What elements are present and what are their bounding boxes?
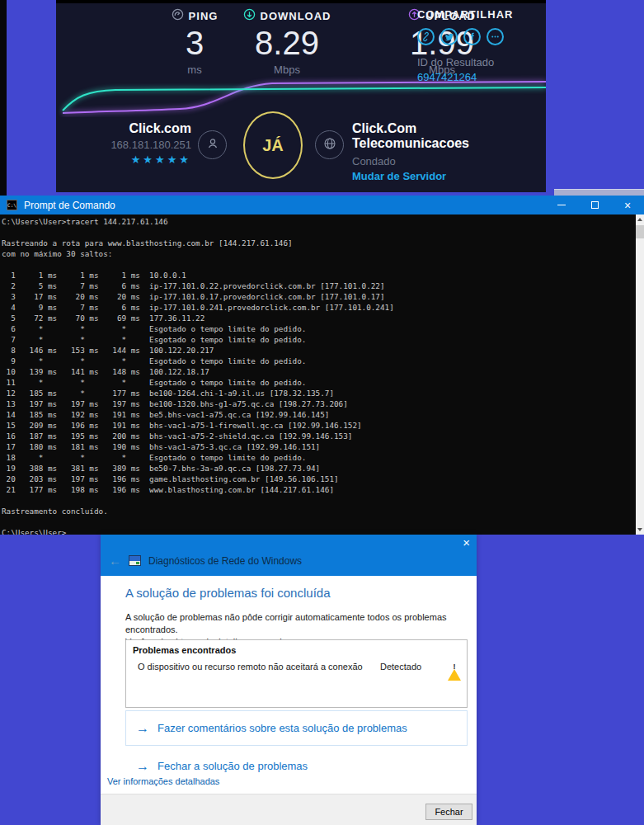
ping-label: PING — [189, 10, 219, 22]
desktop: PING 3 ms DOWNLOAD 8.29 Mbps — [0, 0, 644, 825]
arrow-right-icon: → — [136, 722, 149, 735]
server-name-line1: Click.Com — [352, 121, 469, 136]
link-icon — [421, 31, 431, 42]
rating-stars[interactable]: ★★★★★ — [73, 153, 191, 166]
share-section: COMPARTILHAR — [417, 8, 541, 83]
dialog-titlebar[interactable]: × ← Diagnósticos de Rede do Windows — [101, 535, 477, 576]
go-again-button[interactable]: JÁ — [243, 111, 303, 179]
speedtest-top-edge — [56, 0, 546, 3]
scroll-up-icon[interactable] — [637, 218, 642, 221]
fechar-button[interactable]: Fechar — [425, 804, 472, 820]
person-circle — [198, 130, 227, 159]
feedback-link-label: Fazer comentários sobre esta solução de … — [157, 722, 407, 734]
cmd-output-text: C:\Users\User>tracert 144.217.61.146 Ras… — [2, 216, 394, 535]
warning-icon: ! — [448, 659, 461, 671]
dialog-footer: Fechar — [101, 794, 477, 825]
problem-status: Detectado — [380, 662, 421, 672]
client-isp-name: Click.com — [73, 121, 191, 136]
facebook-icon — [467, 31, 477, 42]
share-facebook-button[interactable] — [463, 28, 481, 45]
twitter-icon — [444, 31, 454, 42]
cmd-title: Prompt de Comando — [24, 200, 115, 211]
speed-graph — [56, 74, 546, 117]
person-icon — [205, 136, 220, 154]
share-link-button[interactable] — [417, 28, 435, 45]
offscreen-window-edge — [0, 0, 7, 196]
back-arrow-icon[interactable]: ← — [109, 554, 121, 567]
download-value: 8.29 — [241, 24, 333, 62]
speedtest-window: PING 3 ms DOWNLOAD 8.29 Mbps — [56, 0, 546, 192]
server-info: Click.Com Telecomunicacoes Condado Mudar… — [352, 121, 469, 182]
server-name-line2: Telecomunicacoes — [352, 136, 469, 151]
scroll-down-icon[interactable] — [637, 528, 642, 531]
ping-value: 3 — [153, 24, 236, 62]
dialog-heading: A solução de problemas foi concluída — [125, 586, 331, 600]
problems-header: Problemas encontrados — [126, 640, 467, 655]
go-again-label: JÁ — [262, 136, 284, 155]
cmd-close-button[interactable]: × — [611, 196, 644, 214]
client-ip: 168.181.180.251 — [73, 139, 191, 151]
feedback-link[interactable]: → Fazer comentários sobre esta solução d… — [125, 710, 468, 746]
ping-metric: PING 3 ms — [153, 8, 236, 76]
network-diagnostics-dialog: × ← Diagnósticos de Rede do Windows A so… — [101, 535, 477, 825]
cmd-scrollbar[interactable] — [636, 214, 644, 535]
share-more-button[interactable] — [487, 28, 504, 45]
globe-circle — [315, 130, 344, 159]
more-icon — [490, 31, 501, 42]
problems-found-box: Problemas encontrados O dispositivo ou r… — [125, 639, 468, 708]
cmd-output-area[interactable]: C:\Users\User>tracert 144.217.61.146 Ras… — [0, 214, 636, 535]
cmd-maximize-button[interactable] — [578, 196, 611, 214]
globe-icon — [322, 136, 337, 154]
detailed-info-link[interactable]: Ver informações detalhadas — [107, 776, 219, 786]
download-label: DOWNLOAD — [261, 10, 331, 22]
share-twitter-button[interactable] — [440, 28, 458, 45]
arrow-right-icon: → — [136, 760, 149, 773]
download-arrow-icon — [243, 8, 256, 24]
network-diagnostics-icon — [129, 555, 141, 566]
server-location: Condado — [352, 155, 469, 167]
command-prompt-window: C:\ Prompt de Comando × C:\Users\User>tr… — [0, 196, 644, 535]
download-metric: DOWNLOAD 8.29 Mbps — [241, 8, 333, 76]
cmd-titlebar[interactable]: C:\ Prompt de Comando × — [0, 196, 644, 214]
minimize-icon — [557, 205, 566, 205]
result-id-label: ID do Resultado — [417, 56, 541, 68]
change-server-link[interactable]: Mudar de Servidor — [352, 170, 469, 182]
share-label: COMPARTILHAR — [417, 8, 541, 21]
gauge-icon — [172, 8, 184, 24]
problem-description: O dispositivo ou recurso remoto não acei… — [138, 662, 363, 672]
dialog-title: Diagnósticos de Rede do Windows — [148, 555, 302, 567]
maximize-icon — [591, 201, 599, 209]
cmd-icon: C:\ — [7, 200, 17, 210]
close-link-label: Fechar a solução de problemas — [157, 760, 308, 772]
cmd-minimize-button[interactable] — [545, 196, 578, 214]
close-icon: × — [624, 200, 631, 211]
scrollbar-thumb[interactable] — [636, 225, 644, 238]
body-line1: A solução de problemas não pôde corrigir… — [125, 612, 447, 634]
dialog-close-icon[interactable]: × — [463, 536, 470, 549]
client-info: Click.com 168.181.180.251 ★★★★★ — [73, 121, 191, 166]
